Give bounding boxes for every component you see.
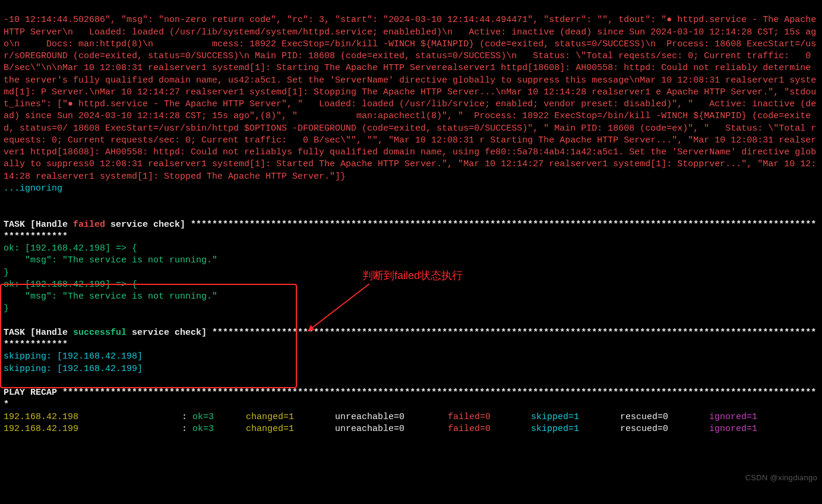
task-failed-body-199: ok: [192.168.42.199] => { "msg": "The se… (4, 280, 217, 314)
ansible-error-log: -10 12:14:44.502686", "msg": "non-zero r… (4, 15, 821, 181)
svg-line-0 (308, 284, 369, 331)
skip-row-198: skipping: [192.168.42.198] (4, 351, 143, 362)
task-failed-body-198: ok: [192.168.42.198] => { "msg": "The se… (4, 243, 217, 278)
annotation-label: 判断到failed状态执行 (362, 268, 463, 283)
terminal-output: -10 12:14:44.502686", "msg": "non-zero r… (0, 0, 822, 486)
ignoring-label: ...ignoring (4, 183, 62, 194)
play-recap-header: PLAY RECAP *****************************… (4, 388, 816, 410)
recap-row: 192.168.42.198: ok=3changed=1unreachable… (4, 412, 757, 422)
task-failed-header: TASK [Handle failed service check] *****… (4, 220, 816, 242)
recap-row: 192.168.42.199: ok=3changed=1unreachable… (4, 424, 757, 434)
skip-row-199: skipping: [192.168.42.199] (4, 364, 143, 374)
task-success-header: TASK [Handle successful service check] *… (4, 328, 816, 350)
csdn-watermark: CSDN @xingdiango (745, 473, 817, 483)
